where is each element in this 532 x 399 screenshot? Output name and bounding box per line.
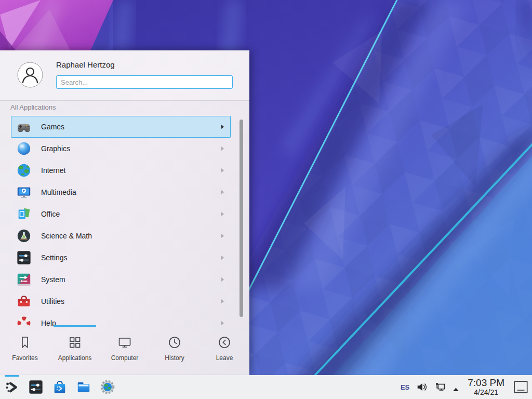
system-tray: ES 7:03 PM 4/24/21 <box>401 378 532 396</box>
tab-computer[interactable]: Computer <box>100 326 150 376</box>
user-avatar-icon[interactable] <box>17 62 43 88</box>
sphere-icon <box>16 141 32 156</box>
office-icon <box>16 206 32 222</box>
application-launcher-menu: Raphael Hertzog All Applications Games <box>0 50 249 375</box>
taskbar: ES 7:03 PM 4/24/21 <box>0 375 532 399</box>
keyboard-layout-indicator[interactable]: ES <box>401 383 409 391</box>
launcher-tab-bar: Favorites Applications Computer History <box>0 326 249 376</box>
category-row-science[interactable]: Science & Math <box>11 225 231 247</box>
discover-button[interactable] <box>48 375 72 399</box>
submenu-arrow-icon <box>221 147 224 151</box>
multimedia-icon <box>16 184 32 200</box>
clock[interactable]: 7:03 PM 4/24/21 <box>468 378 504 396</box>
monitor-icon <box>117 335 132 350</box>
tab-applications[interactable]: Applications <box>50 326 100 376</box>
submenu-arrow-icon <box>221 234 224 238</box>
category-label: Multimedia <box>41 188 221 196</box>
toolbox-icon <box>16 294 32 309</box>
leave-icon <box>217 335 232 350</box>
submenu-arrow-icon <box>221 321 224 325</box>
category-label: Office <box>41 210 221 218</box>
clock-date: 4/24/21 <box>468 389 504 396</box>
help-lifebuoy-icon <box>16 315 32 326</box>
application-menu-button[interactable] <box>0 375 24 399</box>
category-label: System <box>41 275 221 284</box>
category-row-office[interactable]: Office <box>11 203 231 225</box>
clock-time: 7:03 PM <box>468 378 504 389</box>
category-label: Science & Math <box>41 232 221 240</box>
user-name: Raphael Hertzog <box>56 60 115 69</box>
category-row-games[interactable]: Games <box>11 116 231 138</box>
desktop: Raphael Hertzog All Applications Games <box>0 0 532 399</box>
category-row-settings[interactable]: Settings <box>11 247 231 269</box>
category-row-system[interactable]: System <box>11 269 231 290</box>
search-input[interactable] <box>56 75 233 89</box>
show-desktop-button[interactable] <box>514 381 528 393</box>
category-row-graphics[interactable]: Graphics <box>11 138 231 159</box>
submenu-arrow-icon <box>221 277 224 282</box>
system-settings-button[interactable] <box>24 375 48 399</box>
category-row-internet[interactable]: Internet <box>11 159 231 181</box>
expand-tray-icon[interactable] <box>453 385 459 390</box>
category-label: Graphics <box>41 144 221 153</box>
submenu-arrow-icon <box>221 168 224 172</box>
clock-icon <box>167 335 182 350</box>
tab-leave[interactable]: Leave <box>200 326 249 376</box>
section-label: All Applications <box>10 103 56 111</box>
tab-history[interactable]: History <box>150 326 200 376</box>
category-row-utilities[interactable]: Utilities <box>11 290 231 312</box>
launcher-header: Raphael Hertzog <box>0 50 249 101</box>
file-manager-button[interactable] <box>72 375 96 399</box>
submenu-arrow-icon <box>221 212 224 216</box>
category-label: Internet <box>41 166 221 175</box>
gamepad-icon <box>16 119 32 135</box>
submenu-arrow-icon <box>221 125 224 129</box>
system-icon <box>16 272 32 287</box>
category-row-multimedia[interactable]: Multimedia <box>11 181 231 203</box>
science-flask-icon <box>16 228 32 244</box>
category-list: Games Graphics <box>0 116 249 326</box>
category-row-help[interactable]: Help <box>11 312 231 326</box>
submenu-arrow-icon <box>221 256 224 260</box>
grid-icon <box>67 335 83 350</box>
list-scrollbar[interactable] <box>240 119 243 317</box>
web-browser-button[interactable] <box>96 375 119 399</box>
network-icon[interactable] <box>434 381 446 393</box>
tab-favorites[interactable]: Favorites <box>0 326 50 376</box>
active-tab-indicator <box>54 325 96 327</box>
bookmark-icon <box>17 335 33 350</box>
settings-sliders-icon <box>16 250 32 265</box>
category-label: Games <box>41 123 221 131</box>
category-label: Utilities <box>41 297 221 305</box>
taskbar-launchers <box>0 375 119 399</box>
volume-icon[interactable] <box>416 381 428 393</box>
globe-icon <box>16 163 32 178</box>
submenu-arrow-icon <box>221 190 224 194</box>
category-label: Settings <box>41 254 221 262</box>
submenu-arrow-icon <box>221 299 224 303</box>
